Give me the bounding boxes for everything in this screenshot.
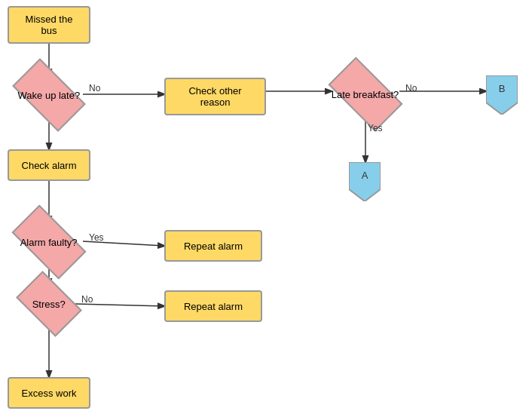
- wake-up-late-node: Wake up late?: [12, 58, 86, 132]
- flowchart: Missed the bus Wake up late? Check other…: [0, 0, 532, 417]
- no-stress-label: No: [81, 294, 93, 305]
- excess-work-node: Excess work: [8, 377, 90, 409]
- repeat-alarm-2-label: Repeat alarm: [184, 301, 243, 312]
- connector-a-svg: A: [349, 162, 381, 201]
- svg-marker-11: [349, 162, 381, 201]
- arrows-svg: [0, 0, 532, 417]
- svg-text:B: B: [499, 83, 506, 94]
- no-wake-label: No: [89, 83, 100, 94]
- yes-late-label: Yes: [368, 123, 383, 133]
- stress-label: Stress?: [32, 298, 66, 309]
- missed-bus-label: Missed the bus: [17, 14, 81, 36]
- connector-b-node: B: [486, 75, 518, 117]
- repeat-alarm-1-node: Repeat alarm: [164, 230, 262, 262]
- late-breakfast-node: Late breakfast?: [329, 57, 403, 132]
- missed-bus-node: Missed the bus: [8, 6, 90, 44]
- svg-marker-13: [486, 75, 518, 115]
- check-alarm-label: Check alarm: [22, 160, 77, 171]
- check-alarm-node: Check alarm: [8, 149, 90, 181]
- no-late-label: No: [405, 83, 417, 94]
- alarm-faulty-label: Alarm faulty?: [20, 237, 78, 248]
- check-other-reason-node: Check other reason: [164, 78, 266, 115]
- excess-work-label: Excess work: [22, 388, 77, 399]
- repeat-alarm-1-label: Repeat alarm: [184, 241, 243, 252]
- alarm-faulty-node: Alarm faulty?: [12, 205, 87, 280]
- late-breakfast-label: Late breakfast?: [332, 89, 399, 100]
- check-other-reason-label: Check other reason: [173, 85, 257, 108]
- connector-a-node: A: [349, 162, 381, 204]
- repeat-alarm-2-node: Repeat alarm: [164, 290, 262, 322]
- svg-text:A: A: [362, 170, 368, 181]
- yes-alarm-label: Yes: [89, 232, 104, 243]
- wake-up-late-label: Wake up late?: [18, 90, 81, 101]
- stress-node: Stress?: [16, 271, 82, 337]
- connector-b-svg: B: [486, 75, 518, 115]
